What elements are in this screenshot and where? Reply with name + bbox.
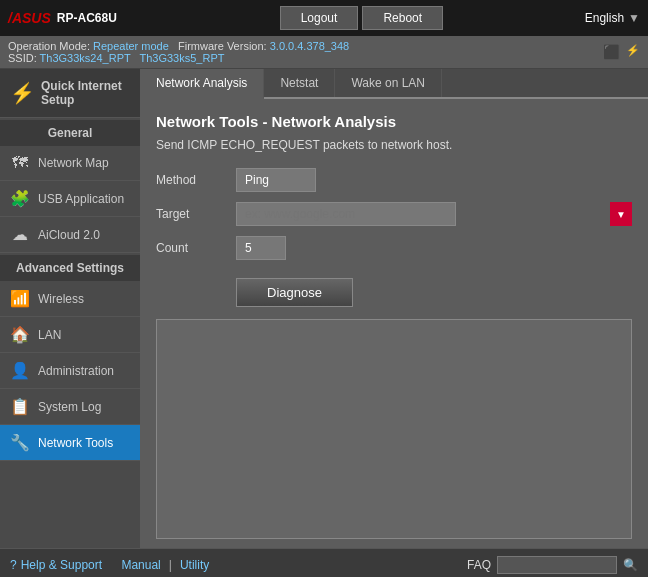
sidebar-item-usb-application[interactable]: 🧩 USB Application: [0, 181, 140, 217]
general-label: General: [48, 126, 93, 140]
method-value-area: [236, 168, 632, 192]
logo-area: /ASUS RP-AC68U: [8, 10, 138, 26]
form-row-method: Method: [156, 168, 632, 192]
op-mode-label: Operation Mode:: [8, 40, 90, 52]
footer-left: ? Help & Support Manual | Utility: [10, 558, 209, 572]
help-support-link[interactable]: Help & Support: [21, 558, 102, 572]
op-mode-value[interactable]: Repeater mode: [93, 40, 169, 52]
language-selector[interactable]: English ▼: [585, 11, 640, 25]
footer-help: ? Help & Support: [10, 558, 102, 572]
help-icon: ?: [10, 558, 17, 572]
faq-search-input[interactable]: [497, 556, 617, 574]
sidebar-item-quick-setup[interactable]: ⚡ Quick InternetSetup: [0, 69, 140, 118]
manual-link[interactable]: Manual: [121, 558, 160, 572]
sidebar-label-network-map: Network Map: [38, 156, 109, 170]
sidebar-label-lan: LAN: [38, 328, 61, 342]
sidebar-section-advanced: Advanced Settings: [0, 255, 140, 281]
diagnose-button[interactable]: Diagnose: [236, 278, 353, 307]
language-label: English: [585, 11, 624, 25]
network-tools-icon: 🔧: [10, 433, 30, 452]
sidebar-item-aicloud[interactable]: ☁ AiCloud 2.0: [0, 217, 140, 253]
sidebar-section-general: General: [0, 120, 140, 146]
sidebar-label-wireless: Wireless: [38, 292, 84, 306]
router-icon: ⬛: [603, 44, 620, 60]
system-log-icon: 📋: [10, 397, 30, 416]
sidebar-item-network-map[interactable]: 🗺 Network Map: [0, 146, 140, 181]
result-area: [156, 319, 632, 539]
sidebar: ⚡ Quick InternetSetup General 🗺 Network …: [0, 69, 140, 548]
aicloud-icon: ☁: [10, 225, 30, 244]
faq-label: FAQ: [467, 558, 491, 572]
advanced-label: Advanced Settings: [16, 261, 124, 275]
tab-netstat-label: Netstat: [280, 76, 318, 90]
target-input[interactable]: [236, 202, 456, 226]
target-dropdown-button[interactable]: ▼: [610, 202, 632, 226]
header-nav: Logout Reboot: [138, 6, 585, 30]
usb-app-icon: 🧩: [10, 189, 30, 208]
sidebar-label-aicloud: AiCloud 2.0: [38, 228, 100, 242]
logout-button[interactable]: Logout: [280, 6, 359, 30]
network-map-icon: 🗺: [10, 154, 30, 172]
page-title: Network Tools - Network Analysis: [156, 113, 632, 130]
status-text: Operation Mode: Repeater mode Firmware V…: [8, 40, 349, 64]
tab-network-analysis[interactable]: Network Analysis: [140, 69, 264, 99]
sidebar-item-wireless[interactable]: 📶 Wireless: [0, 281, 140, 317]
sidebar-item-network-tools[interactable]: 🔧 Network Tools: [0, 425, 140, 461]
sidebar-label-network-tools: Network Tools: [38, 436, 113, 450]
quick-setup-icon: ⚡: [10, 81, 35, 105]
utility-link[interactable]: Utility: [180, 558, 209, 572]
count-label: Count: [156, 241, 236, 255]
status-icons: ⬛ ⚡: [603, 44, 640, 60]
model-name: RP-AC68U: [57, 11, 117, 25]
form-row-target: Target ▼: [156, 202, 632, 226]
sidebar-item-system-log[interactable]: 📋 System Log: [0, 389, 140, 425]
reboot-button[interactable]: Reboot: [362, 6, 443, 30]
target-label: Target: [156, 207, 236, 221]
ssid2[interactable]: Th3G33ks5_RPT: [139, 52, 224, 64]
content-area: Network Analysis Netstat Wake on LAN Net…: [140, 69, 648, 548]
ssid-label: SSID:: [8, 52, 37, 64]
search-icon[interactable]: 🔍: [623, 558, 638, 572]
count-value-area: [236, 236, 632, 260]
footer-right: FAQ 🔍: [467, 556, 638, 574]
method-input[interactable]: [236, 168, 316, 192]
sidebar-label-administration: Administration: [38, 364, 114, 378]
tabs: Network Analysis Netstat Wake on LAN: [140, 69, 648, 99]
firmware-version[interactable]: 3.0.0.4.378_348: [270, 40, 350, 52]
asus-logo: /ASUS: [8, 10, 51, 26]
target-value-area: ▼: [236, 202, 632, 226]
sidebar-item-lan[interactable]: 🏠 LAN: [0, 317, 140, 353]
method-label: Method: [156, 173, 236, 187]
count-input[interactable]: [236, 236, 286, 260]
usb-icon: ⚡: [626, 44, 640, 60]
firmware-label: Firmware Version:: [178, 40, 267, 52]
content-body: Network Tools - Network Analysis Send IC…: [140, 99, 648, 553]
form-row-count: Count: [156, 236, 632, 260]
wireless-icon: 📶: [10, 289, 30, 308]
main-layout: ⚡ Quick InternetSetup General 🗺 Network …: [0, 69, 648, 548]
header: /ASUS RP-AC68U Logout Reboot English ▼: [0, 0, 648, 36]
sidebar-label-system-log: System Log: [38, 400, 101, 414]
tab-wake-on-lan-label: Wake on LAN: [351, 76, 425, 90]
status-bar: Operation Mode: Repeater mode Firmware V…: [0, 36, 648, 69]
quick-setup-label: Quick InternetSetup: [41, 79, 122, 107]
ssid1[interactable]: Th3G33ks24_RPT: [40, 52, 131, 64]
tab-wake-on-lan[interactable]: Wake on LAN: [335, 69, 442, 97]
sidebar-label-usb-app: USB Application: [38, 192, 124, 206]
page-description: Send ICMP ECHO_REQUEST packets to networ…: [156, 138, 632, 152]
sidebar-item-administration[interactable]: 👤 Administration: [0, 353, 140, 389]
tab-network-analysis-label: Network Analysis: [156, 76, 247, 90]
tab-netstat[interactable]: Netstat: [264, 69, 335, 97]
lan-icon: 🏠: [10, 325, 30, 344]
chevron-down-icon: ▼: [628, 11, 640, 25]
admin-icon: 👤: [10, 361, 30, 380]
dropdown-arrow-icon: ▼: [616, 209, 626, 220]
